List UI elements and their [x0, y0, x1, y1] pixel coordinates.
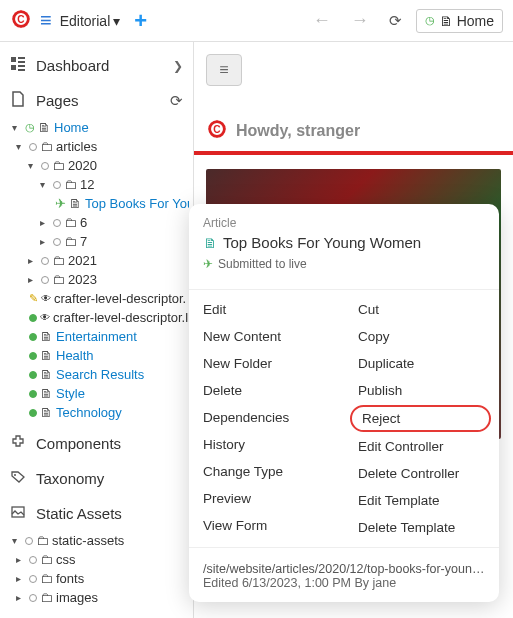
svg-rect-5 [11, 65, 16, 70]
tree-articles[interactable]: ▾🗀articles [4, 137, 189, 156]
section-pages[interactable]: Pages ⟳ [0, 83, 193, 118]
main-menu-icon[interactable]: ≡ [40, 9, 52, 32]
cm-preview[interactable]: Preview [189, 485, 344, 512]
section-label: Taxonomy [36, 470, 104, 487]
tree-cld2[interactable]: 👁crafter-level-descriptor.l [4, 308, 189, 327]
section-label: Static Assets [36, 505, 122, 522]
url-box[interactable]: ◷ 🗎 Home [416, 9, 503, 33]
chevron-right-icon: ❯ [173, 59, 183, 73]
workspace-dropdown[interactable]: Editorial ▾ [60, 13, 121, 29]
tree-static-assets[interactable]: ▾🗀static-assets [4, 531, 189, 550]
cm-view-form[interactable]: View Form [189, 512, 344, 539]
section-components[interactable]: Components [0, 426, 193, 461]
add-button[interactable]: + [134, 8, 147, 34]
cm-history[interactable]: History [189, 431, 344, 458]
taxonomy-icon [10, 469, 26, 488]
clock-icon: ◷ [425, 14, 435, 27]
tree-6[interactable]: ▸🗀6 [4, 213, 189, 232]
greeting-text: Howdy, stranger [236, 122, 360, 140]
tree-fonts[interactable]: ▸🗀fonts [4, 569, 189, 588]
tree-cld1[interactable]: ✎👁crafter-level-descriptor. [4, 289, 189, 308]
cm-delete[interactable]: Delete [189, 377, 344, 404]
svg-text:C: C [213, 124, 220, 135]
tree-technology[interactable]: 🗎Technology [4, 403, 189, 422]
dashboard-icon [10, 56, 26, 75]
svg-rect-7 [18, 69, 25, 71]
cm-new-folder[interactable]: New Folder [189, 350, 344, 377]
tree-12[interactable]: ▾🗀12 [4, 175, 189, 194]
cm-edit-controller[interactable]: Edit Controller [344, 433, 499, 460]
cm-reject[interactable]: Reject [350, 405, 491, 432]
cm-change-type[interactable]: Change Type [189, 458, 344, 485]
cm-delete-template[interactable]: Delete Template [344, 514, 499, 541]
context-menu: Article 🗎 Top Books For Young Women ✈ Su… [189, 204, 499, 602]
tree-search-results[interactable]: 🗎Search Results [4, 365, 189, 384]
logo-icon: C [206, 118, 228, 143]
static-assets-icon [10, 504, 26, 523]
pages-icon [10, 91, 26, 110]
svg-rect-6 [18, 65, 25, 67]
cm-edited: Edited 6/13/2023, 1:00 PM By jane [203, 576, 485, 590]
svg-rect-3 [18, 57, 25, 59]
tree-css[interactable]: ▸🗀css [4, 550, 189, 569]
tree-health[interactable]: 🗎Health [4, 346, 189, 365]
content-menu-button[interactable]: ≡ [206, 54, 242, 86]
cm-subtitle: Article [203, 216, 485, 230]
tree-7[interactable]: ▸🗀7 [4, 232, 189, 251]
cm-submitted-label: Submitted to live [218, 257, 307, 271]
tree-home[interactable]: ▾◷🗎Home [4, 118, 189, 137]
components-icon [10, 434, 26, 453]
page-icon: 🗎 [439, 13, 453, 29]
section-label: Pages [36, 92, 79, 109]
tree-top-books[interactable]: ✈🗎Top Books For Young Women [4, 194, 189, 213]
section-static-assets[interactable]: Static Assets [0, 496, 193, 531]
cm-edit-template[interactable]: Edit Template [344, 487, 499, 514]
svg-rect-2 [11, 57, 16, 62]
tree-style[interactable]: 🗎Style [4, 384, 189, 403]
cm-delete-controller[interactable]: Delete Controller [344, 460, 499, 487]
pages-tree: ▾◷🗎Home ▾🗀articles ▾🗀2020 ▾🗀12 ✈🗎Top Boo… [0, 118, 193, 426]
reload-icon[interactable]: ⟳ [383, 12, 408, 30]
chevron-down-icon: ▾ [113, 13, 120, 29]
workspace-label: Editorial [60, 13, 111, 29]
cm-dependencies[interactable]: Dependencies [189, 404, 344, 431]
tree-2020[interactable]: ▾🗀2020 [4, 156, 189, 175]
cm-edit[interactable]: Edit [189, 296, 344, 323]
cm-cut[interactable]: Cut [344, 296, 499, 323]
plane-icon: ✈ [203, 257, 213, 271]
tree-2023[interactable]: ▸🗀2023 [4, 270, 189, 289]
nav-forward-icon[interactable]: → [345, 10, 375, 31]
svg-rect-4 [18, 61, 25, 63]
cm-duplicate[interactable]: Duplicate [344, 350, 499, 377]
tree-entertainment[interactable]: 🗎Entertainment [4, 327, 189, 346]
cm-publish[interactable]: Publish [344, 377, 499, 404]
section-label: Dashboard [36, 57, 109, 74]
cm-new-content[interactable]: New Content [189, 323, 344, 350]
refresh-icon[interactable]: ⟳ [170, 92, 183, 110]
static-assets-tree: ▾🗀static-assets ▸🗀css ▸🗀fonts ▸🗀images [0, 531, 193, 611]
section-taxonomy[interactable]: Taxonomy [0, 461, 193, 496]
svg-text:C: C [17, 14, 24, 25]
cm-path: /site/website/articles/2020/12/top-books… [203, 562, 485, 576]
section-label: Components [36, 435, 121, 452]
logo-icon: C [10, 8, 32, 33]
svg-point-8 [14, 474, 16, 476]
url-label: Home [457, 13, 494, 29]
sidebar: Dashboard ❯ Pages ⟳ ▾◷🗎Home ▾🗀articles ▾… [0, 42, 194, 618]
nav-back-icon[interactable]: ← [307, 10, 337, 31]
section-dashboard[interactable]: Dashboard ❯ [0, 48, 193, 83]
cm-copy[interactable]: Copy [344, 323, 499, 350]
cm-title: Top Books For Young Women [223, 234, 421, 251]
tree-2021[interactable]: ▸🗀2021 [4, 251, 189, 270]
page-icon: 🗎 [203, 235, 217, 251]
tree-images[interactable]: ▸🗀images [4, 588, 189, 607]
